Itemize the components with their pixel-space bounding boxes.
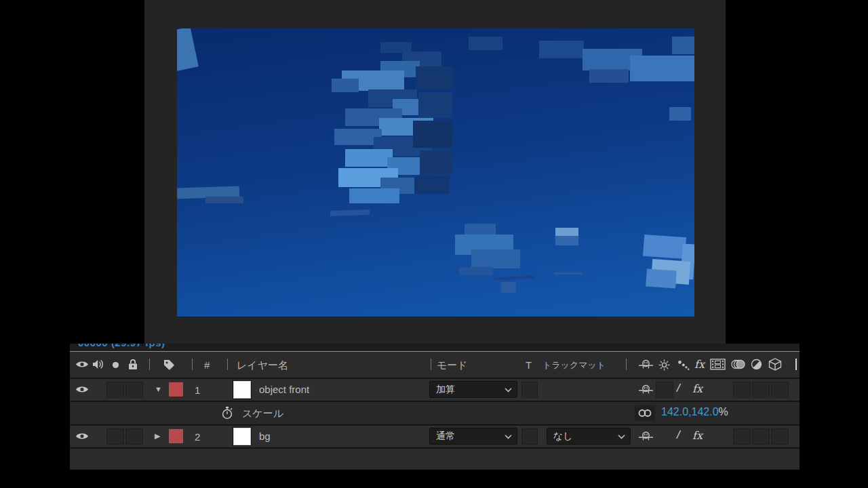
mosaic-block — [643, 235, 686, 259]
mosaic-block — [332, 79, 359, 92]
label-color-column-icon — [163, 359, 175, 371]
chevron-down-icon — [505, 434, 512, 439]
column-divider — [626, 359, 627, 370]
composition-viewer-panel — [144, 0, 726, 344]
motion-blur-cell[interactable] — [733, 428, 751, 445]
effects-column-icon: fx — [694, 358, 705, 371]
mosaic-block — [418, 92, 452, 118]
shy-toggle[interactable] — [638, 431, 654, 442]
index-column-label: # — [204, 359, 210, 371]
audio-toggle-cell[interactable] — [106, 382, 124, 398]
mosaic-block — [539, 41, 584, 58]
audio-toggle-cell[interactable] — [106, 428, 124, 445]
mode-column-label: モード — [437, 359, 468, 372]
effects-toggle[interactable]: fx — [692, 429, 703, 442]
mosaic-block — [630, 56, 694, 81]
solo-toggle-cell[interactable] — [125, 428, 143, 445]
mosaic-block — [501, 282, 516, 293]
layer-color-chip[interactable] — [169, 382, 183, 396]
timecode-text[interactable]: 00000 (29.97 fps) — [78, 344, 800, 348]
mosaic-block — [469, 37, 502, 50]
mosaic-block — [414, 176, 450, 194]
column-divider — [192, 359, 193, 370]
solo-column-icon — [112, 361, 119, 369]
timecode-strip[interactable]: 00000 (29.97 fps) — [70, 344, 800, 351]
mosaic-block — [205, 197, 243, 203]
timeline-header-row: # レイヤー名 モード T トラックマット fx — [70, 352, 800, 379]
scale-numbers[interactable]: 142.0,142.0 — [661, 406, 719, 418]
audio-column-icon — [92, 359, 104, 369]
3d-cell[interactable] — [771, 382, 789, 398]
solo-toggle-cell[interactable] — [125, 382, 143, 398]
mosaic-block — [669, 107, 691, 121]
mosaic-block — [646, 268, 677, 288]
lock-column-icon — [128, 359, 138, 370]
mosaic-block — [459, 267, 493, 275]
column-divider — [795, 359, 797, 370]
column-divider — [227, 359, 228, 370]
blend-mode-dropdown[interactable]: 加算 — [429, 381, 517, 398]
blend-mode-value: 加算 — [436, 384, 455, 396]
mosaic-block — [345, 149, 393, 167]
mosaic-block — [555, 228, 578, 236]
collapse-cell[interactable] — [656, 382, 673, 398]
scale-value[interactable]: 142.0,142.0% — [661, 406, 728, 418]
layer-row-2[interactable]: ▶ 2 bg 通常 なし / fx — [70, 426, 800, 449]
scale-unit: % — [719, 406, 728, 418]
chevron-down-icon — [505, 388, 512, 392]
property-name[interactable]: スケール — [242, 407, 283, 420]
mosaic-block — [413, 121, 452, 148]
mosaic-block — [554, 272, 583, 274]
frame-blend-icon — [710, 359, 726, 370]
effects-toggle[interactable]: fx — [692, 382, 703, 395]
motion-blur-cell[interactable] — [733, 382, 751, 398]
disclosure-triangle-expanded[interactable]: ▼ — [155, 386, 162, 393]
stopwatch-icon[interactable] — [220, 406, 234, 420]
track-matte-dropdown[interactable]: なし — [547, 428, 631, 445]
preserve-transparency-cell[interactable] — [521, 428, 538, 445]
mosaic-block — [330, 209, 370, 216]
mosaic-block — [589, 69, 629, 83]
quality-icon — [677, 360, 690, 371]
layer-index: 1 — [195, 384, 200, 396]
quality-toggle[interactable]: / — [677, 382, 680, 395]
column-divider — [431, 359, 431, 370]
disclosure-triangle-collapsed[interactable]: ▶ — [155, 432, 160, 440]
layer-name[interactable]: bg — [259, 430, 271, 442]
blend-mode-dropdown[interactable]: 通常 — [429, 428, 517, 445]
track-matte-column-label: トラックマット — [542, 359, 606, 371]
eye-column-icon — [75, 360, 89, 369]
quality-toggle[interactable]: / — [677, 428, 680, 442]
shy-icon — [638, 359, 654, 370]
collapse-transformations-icon — [658, 359, 670, 371]
adjustment-layer-icon — [751, 359, 762, 370]
timeline-panel: 00000 (29.97 fps) # レイヤー名 モード T トラックマット — [70, 344, 800, 470]
layer-row-1[interactable]: ▼ 1 object front 加算 / fx — [70, 379, 800, 402]
motion-blur-icon — [730, 359, 747, 370]
preserve-transparency-cell[interactable] — [521, 382, 538, 398]
mosaic-block — [471, 249, 520, 268]
timeline-empty-area — [70, 449, 800, 470]
mosaic-block — [177, 28, 199, 71]
mosaic-block — [494, 275, 535, 280]
mosaic-block — [672, 37, 694, 54]
layer-name[interactable]: object front — [259, 384, 309, 395]
comp-canvas[interactable] — [177, 28, 694, 317]
eye-toggle[interactable] — [75, 385, 89, 394]
shy-toggle[interactable] — [638, 384, 654, 395]
preserve-transparency-column-label: T — [526, 359, 532, 371]
layer-name-column-label: レイヤー名 — [237, 359, 288, 372]
adjustment-cell[interactable] — [752, 382, 770, 398]
layer-thumbnail — [233, 428, 251, 445]
layer-color-chip[interactable] — [169, 429, 183, 443]
link-dimensions-icon[interactable] — [635, 405, 655, 421]
3d-cell[interactable] — [771, 428, 789, 445]
blend-mode-value: 通常 — [436, 430, 455, 443]
chevron-down-icon — [618, 434, 625, 439]
property-row-scale[interactable]: スケール 142.0,142.0% — [70, 402, 800, 426]
column-divider — [149, 359, 150, 370]
eye-toggle[interactable] — [75, 432, 89, 441]
mosaic-block — [420, 150, 452, 175]
adjustment-cell[interactable] — [752, 428, 770, 445]
mosaic-block — [349, 188, 399, 203]
